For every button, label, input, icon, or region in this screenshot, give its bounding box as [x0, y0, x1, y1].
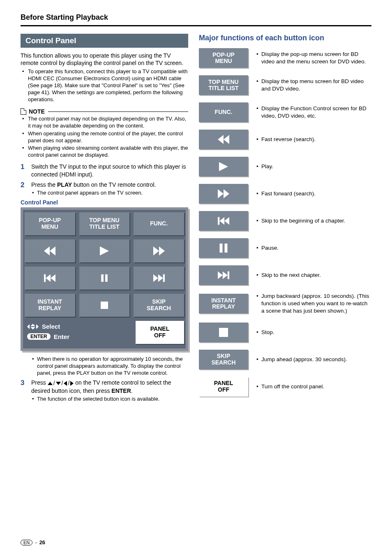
function-button[interactable] [199, 238, 248, 258]
function-desc-item: Turn off the control panel. [256, 383, 324, 390]
pause-icon [100, 274, 109, 282]
btn-label: FUNC. [215, 109, 233, 115]
btn-label: PANEL [150, 326, 169, 332]
step-sub-bullet: The function of the selected button icon… [37, 396, 188, 403]
step-number: 3 [21, 379, 31, 403]
function-button[interactable] [199, 184, 248, 204]
function-desc: Fast reverse (search). [256, 136, 316, 143]
function-row: Skip to the next chapter. [199, 265, 371, 285]
function-desc: Play. [256, 163, 273, 170]
function-row: SKIPSEARCHJump ahead (approx. 30 seconds… [199, 350, 371, 369]
btn-label: FUNC. [150, 220, 168, 227]
right-title: Major functions of each button icon [199, 34, 371, 42]
dpad-keys-icon: /// [48, 379, 74, 387]
note-bullet: When playing video streaming content ava… [28, 145, 188, 159]
next-icon [218, 271, 229, 280]
btn-label: MENU [42, 224, 58, 230]
step-body: Switch the TV input to the input source … [31, 163, 188, 179]
skip-prev-button[interactable] [25, 267, 75, 290]
enter-badge: ENTER [27, 333, 51, 340]
function-desc: Fast forward (search). [256, 190, 316, 197]
function-row: POP-UPMENUDisplay the pop-up menu screen… [199, 48, 371, 68]
page-footer: EN - 26 [21, 539, 45, 545]
function-button[interactable] [199, 211, 248, 231]
after-panel-bullet: When there is no operation for approxima… [37, 356, 188, 377]
step-3: 3 Press /// on the TV remote control to … [21, 379, 188, 403]
function-button[interactable] [199, 323, 248, 342]
function-button[interactable] [199, 130, 248, 149]
function-button[interactable]: TOP MENUTITLE LIST [199, 75, 248, 95]
page-number: 26 [39, 539, 45, 545]
function-desc: Jump ahead (approx. 30 seconds). [256, 356, 347, 363]
btn-label: SEARCH [147, 305, 171, 311]
step-text: Press the [31, 181, 57, 188]
function-desc-item: Skip to the next chapter. [256, 272, 321, 279]
function-row: Fast reverse (search). [199, 130, 371, 149]
ffw-icon [218, 189, 229, 198]
skip-next-button[interactable] [134, 267, 184, 290]
skip-next-icon [153, 274, 165, 283]
left-column: Control Panel This function allows you t… [21, 34, 188, 405]
step-text: button on the TV remote control. [72, 181, 156, 188]
function-row: TOP MENUTITLE LISTDisplay the top menu s… [199, 75, 371, 95]
stop-button[interactable] [79, 294, 130, 317]
intro-bullets: To operate this function, connect this p… [28, 68, 188, 103]
function-list: POP-UPMENUDisplay the pop-up menu screen… [199, 48, 371, 397]
btn-label: MENU [215, 58, 232, 64]
step-body: Press /// on the TV remote control to se… [31, 379, 188, 403]
intro-text: This function allows you to operate this… [21, 52, 188, 67]
step-body: Press the PLAY button on the TV remote c… [31, 181, 156, 197]
step-bold: ENTER [111, 388, 131, 394]
function-button[interactable]: SKIPSEARCH [199, 350, 248, 369]
instant-replay-button[interactable]: INSTANT REPLAY [25, 294, 75, 317]
function-button[interactable]: POP-UPMENU [199, 48, 248, 68]
btn-label: REPLAY [212, 304, 235, 310]
skip-search-button[interactable]: SKIP SEARCH [134, 294, 184, 317]
function-desc-item: Play. [256, 163, 273, 170]
btn-label: REPLAY [39, 305, 62, 311]
page-title: Before Starting Playback [21, 13, 371, 22]
lang-badge: EN [21, 540, 32, 545]
btn-label: POP-UP [212, 52, 235, 58]
fast-forward-button[interactable] [134, 239, 184, 262]
prev-icon [218, 216, 229, 225]
btn-label: TITLE LIST [89, 224, 119, 230]
function-desc-item: Fast forward (search). [256, 190, 316, 197]
popup-menu-button[interactable]: POP-UP MENU [25, 212, 75, 235]
btn-label: OFF [154, 332, 166, 339]
function-desc: Turn off the control panel. [256, 383, 324, 390]
top-menu-title-list-button[interactable]: TOP MENU TITLE LIST [79, 212, 130, 235]
step-text: Press [31, 379, 48, 386]
note-bullet: When operating using the remote control … [28, 130, 188, 144]
function-button[interactable] [199, 157, 248, 176]
panel-off-button[interactable]: PANEL OFF [136, 321, 184, 344]
stop-icon [218, 328, 229, 337]
btn-label: INSTANT [211, 297, 236, 304]
btn-label: TOP MENU [89, 217, 119, 223]
play-button[interactable] [79, 239, 130, 262]
play-icon [218, 162, 229, 171]
function-row: Skip to the beginning of a chapter. [199, 211, 371, 231]
function-row: Stop. [199, 323, 371, 342]
function-desc: Display the top menu screen for BD video… [256, 78, 371, 93]
function-button[interactable] [199, 265, 248, 285]
btn-label: SKIP [217, 353, 231, 359]
function-desc: Skip to the next chapter. [256, 272, 321, 279]
func-button[interactable]: FUNC. [134, 212, 184, 235]
btn-label: OFF [218, 387, 229, 393]
function-button[interactable]: INSTANTREPLAY [199, 294, 248, 313]
step-number: 1 [21, 163, 31, 179]
enter-label: Enter [54, 333, 69, 340]
fast-reverse-button[interactable] [25, 239, 75, 262]
function-desc-item: Skip to the beginning of a chapter. [256, 217, 345, 225]
step-bold: PLAY [57, 181, 72, 188]
function-button[interactable]: PANELOFF [199, 377, 248, 397]
footer-sep: - [35, 539, 37, 545]
step-1: 1 Switch the TV input to the input sourc… [21, 163, 188, 179]
btn-label: TITLE LIST [208, 85, 238, 91]
pause-button[interactable] [79, 267, 130, 290]
btn-label: TOP MENU [208, 79, 238, 85]
function-button[interactable]: FUNC. [199, 102, 248, 122]
nav-arrows-icon [27, 323, 39, 331]
step-number: 2 [21, 181, 31, 197]
